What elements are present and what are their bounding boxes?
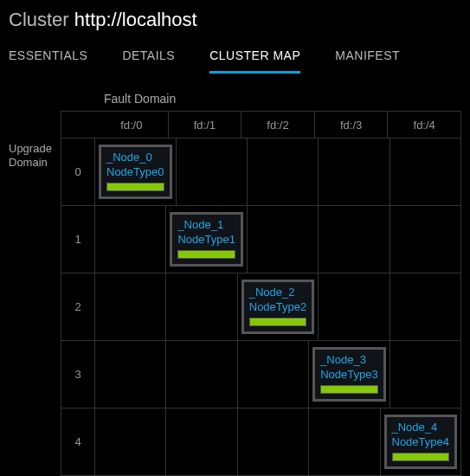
- node-name: _Node_3: [320, 353, 378, 368]
- grid-cell: [166, 408, 237, 476]
- node-card[interactable]: _Node_4NodeType4: [384, 415, 458, 470]
- health-bar: [249, 318, 307, 326]
- page-title-label: Cluster: [9, 9, 69, 30]
- grid-cell: [248, 206, 319, 273]
- node-card[interactable]: _Node_0NodeType0: [99, 145, 172, 200]
- health-bar: [106, 183, 164, 191]
- tab-cluster-map[interactable]: CLUSTER MAP: [209, 43, 300, 74]
- fault-domain-headers: fd:/0 fd:/1 fd:/2 fd:/3 fd:/4: [61, 111, 461, 138]
- grid-cell: [238, 341, 309, 408]
- fd-header: fd:/0: [95, 111, 169, 138]
- node-name: _Node_2: [249, 286, 307, 300]
- ud-header: 1: [61, 206, 95, 273]
- node-type: NodeType4: [392, 435, 450, 450]
- grid-cell: _Node_2NodeType2: [238, 273, 319, 341]
- health-bar: [177, 250, 235, 259]
- grid-cell: [319, 138, 390, 206]
- ud-header: 0: [61, 138, 95, 206]
- grid-cell: [95, 408, 166, 476]
- tab-details[interactable]: DETAILS: [122, 43, 175, 74]
- grid-cell: [166, 273, 237, 341]
- grid-cell: [177, 138, 248, 206]
- grid-cell: [319, 206, 390, 273]
- grid-cell: [390, 273, 461, 341]
- node-name: _Node_4: [392, 421, 450, 435]
- grid-cell: [309, 408, 380, 476]
- grid-cell: [166, 341, 237, 408]
- node-type: NodeType2: [249, 300, 307, 315]
- node-card[interactable]: _Node_2NodeType2: [241, 280, 315, 335]
- node-type: NodeType1: [177, 233, 235, 248]
- fd-header: fd:/2: [241, 111, 315, 138]
- health-bar: [392, 453, 450, 461]
- tab-essentials[interactable]: ESSENTIALS: [9, 43, 87, 74]
- grid-cell: [390, 341, 461, 408]
- fault-domain-label: Fault Domain: [104, 92, 461, 106]
- fd-header: fd:/3: [315, 111, 389, 138]
- node-card[interactable]: _Node_1NodeType1: [170, 212, 243, 267]
- node-type: NodeType0: [106, 165, 164, 180]
- cluster-map-grid: Upgrade Domain fd:/0 fd:/1 fd:/2 fd:/3 f…: [9, 111, 461, 476]
- page-title: Cluster http://localhost: [9, 9, 461, 31]
- grid-cell: [95, 206, 166, 273]
- ud-header: 2: [61, 273, 95, 341]
- tab-manifest[interactable]: MANIFEST: [335, 43, 400, 74]
- grid-cell: _Node_3NodeType3: [309, 341, 390, 408]
- grid-corner: [61, 111, 95, 138]
- fd-header: fd:/1: [169, 111, 242, 138]
- grid-cell: _Node_4NodeType4: [381, 408, 462, 476]
- grid-cell: [319, 273, 390, 341]
- ud-header: 4: [61, 408, 95, 476]
- grid-cell: [238, 408, 309, 476]
- node-name: _Node_1: [177, 218, 235, 233]
- grid-cell: [390, 138, 461, 206]
- grid-cell: [95, 273, 166, 341]
- grid-cell: _Node_1NodeType1: [166, 206, 248, 273]
- ud-header: 3: [61, 341, 95, 408]
- grid-cell: [248, 138, 319, 206]
- fd-header: fd:/4: [388, 111, 461, 138]
- upgrade-domain-label: Upgrade Domain: [9, 111, 61, 476]
- health-bar: [320, 385, 378, 394]
- node-type: NodeType3: [320, 368, 378, 383]
- grid-cell: [390, 206, 461, 273]
- page-title-url: http://localhost: [74, 9, 197, 30]
- node-name: _Node_0: [106, 151, 164, 165]
- grid-cell: [95, 341, 166, 408]
- grid-cell: _Node_0NodeType0: [95, 138, 177, 206]
- tab-bar: ESSENTIALS DETAILS CLUSTER MAP MANIFEST: [9, 43, 461, 74]
- node-card[interactable]: _Node_3NodeType3: [312, 347, 386, 402]
